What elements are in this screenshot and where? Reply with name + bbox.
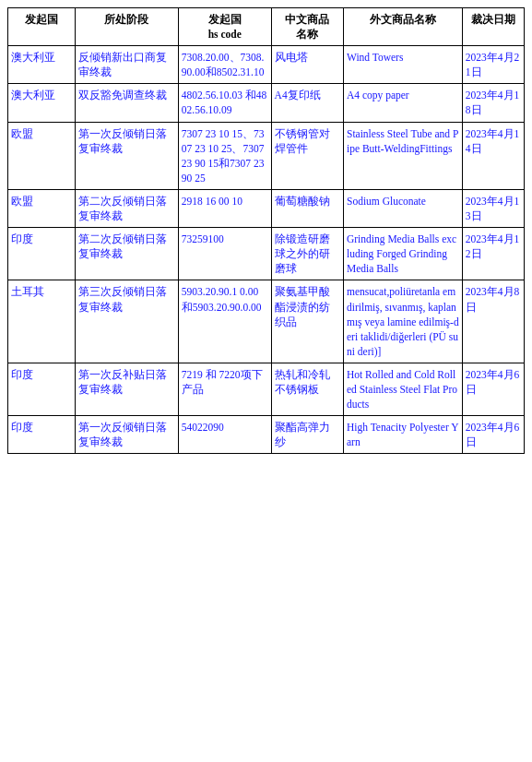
cell-foreign-name: Wind Towers: [343, 46, 462, 84]
cell-origin: 印度: [8, 228, 76, 280]
cell-hscode: 7219 和 7220项下产品: [178, 363, 271, 415]
cell-cn-name: 不锈钢管对焊管件: [271, 122, 343, 189]
cell-foreign-name: Stainless Steel Tube and Pipe Butt-Weldi…: [343, 122, 462, 189]
cell-origin: 澳大利亚: [8, 46, 76, 84]
cell-origin: 土耳其: [8, 280, 76, 363]
cell-stage: 第一次反倾销日落复审终裁: [75, 122, 178, 189]
col-header-date: 裁决日期: [462, 8, 524, 46]
cell-date: 2023年4月12日: [462, 228, 524, 280]
cell-date: 2023年4月6日: [462, 363, 524, 415]
cell-foreign-name: mensucat,poliüretanla emdirilmiş, sıvanm…: [343, 280, 462, 363]
cell-stage: 第一次反补贴日落复审终裁: [75, 363, 178, 415]
cell-hscode: 2918 16 00 10: [178, 189, 271, 227]
cell-cn-name: 风电塔: [271, 46, 343, 84]
col-header-stage: 所处阶段: [75, 8, 178, 46]
cell-origin: 澳大利亚: [8, 84, 76, 122]
cell-stage: 第一次反倾销日落复审终裁: [75, 416, 178, 454]
cell-origin: 欧盟: [8, 189, 76, 227]
col-header-origin: 发起国: [8, 8, 76, 46]
cell-stage: 第二次反倾销日落复审终裁: [75, 189, 178, 227]
cell-date: 2023年4月8日: [462, 280, 524, 363]
table-row: 印度第一次反补贴日落复审终裁7219 和 7220项下产品热轧和冷轧不锈钢板Ho…: [8, 363, 525, 415]
cell-date: 2023年4月21日: [462, 46, 524, 84]
cell-stage: 第二次反倾销日落复审终裁: [75, 228, 178, 280]
table-row: 欧盟第二次反倾销日落复审终裁2918 16 00 10葡萄糖酸钠Sodium G…: [8, 189, 525, 227]
cell-cn-name: 葡萄糖酸钠: [271, 189, 343, 227]
table-row: 印度第一次反倾销日落复审终裁54022090聚酯高弹力纱High Tenacit…: [8, 416, 525, 454]
cell-cn-name: 聚酯高弹力纱: [271, 416, 343, 454]
table-row: 澳大利亚双反豁免调查终裁4802.56.10.03 和4802.56.10.09…: [8, 84, 525, 122]
cell-stage: 反倾销新出口商复审终裁: [75, 46, 178, 84]
cell-origin: 印度: [8, 416, 76, 454]
cell-hscode: 54022090: [178, 416, 271, 454]
cell-foreign-name: A4 copy paper: [343, 84, 462, 122]
table-row: 欧盟第一次反倾销日落复审终裁7307 23 10 15、7307 23 10 2…: [8, 122, 525, 189]
table-row: 印度第二次反倾销日落复审终裁73259100除锻造研磨球之外的研磨球Grindi…: [8, 228, 525, 280]
cell-date: 2023年4月6日: [462, 416, 524, 454]
cell-cn-name: 热轧和冷轧不锈钢板: [271, 363, 343, 415]
cell-foreign-name: Sodium Gluconate: [343, 189, 462, 227]
cell-foreign-name: High Tenacity Polyester Yarn: [343, 416, 462, 454]
cell-origin: 印度: [8, 363, 76, 415]
cell-date: 2023年4月14日: [462, 122, 524, 189]
cell-origin: 欧盟: [8, 122, 76, 189]
col-header-hscode: 发起国 hs code: [178, 8, 271, 46]
table-row: 土耳其第三次反倾销日落复审终裁5903.20.90.1 0.00 和5903.2…: [8, 280, 525, 363]
cell-cn-name: 聚氨基甲酸酯浸渍的纺织品: [271, 280, 343, 363]
cell-date: 2023年4月18日: [462, 84, 524, 122]
cell-hscode: 73259100: [178, 228, 271, 280]
table-row: 澳大利亚反倾销新出口商复审终裁7308.20.00、7308.90.00和850…: [8, 46, 525, 84]
cell-cn-name: A4复印纸: [271, 84, 343, 122]
cell-hscode: 4802.56.10.03 和4802.56.10.09: [178, 84, 271, 122]
cell-date: 2023年4月13日: [462, 189, 524, 227]
cell-stage: 双反豁免调查终裁: [75, 84, 178, 122]
cell-cn-name: 除锻造研磨球之外的研磨球: [271, 228, 343, 280]
cell-stage: 第三次反倾销日落复审终裁: [75, 280, 178, 363]
cell-foreign-name: Hot Rolled and Cold Rolled Stainless Ste…: [343, 363, 462, 415]
cell-foreign-name: Grinding Media Balls excluding Forged Gr…: [343, 228, 462, 280]
cell-hscode: 5903.20.90.1 0.00 和5903.20.90.0.00: [178, 280, 271, 363]
col-header-foreignname: 外文商品名称: [343, 8, 462, 46]
col-header-cnname: 中文商品 名称: [271, 8, 343, 46]
cell-hscode: 7307 23 10 15、7307 23 10 25、7307 23 90 1…: [178, 122, 271, 189]
cell-hscode: 7308.20.00、7308.90.00和8502.31.10: [178, 46, 271, 84]
